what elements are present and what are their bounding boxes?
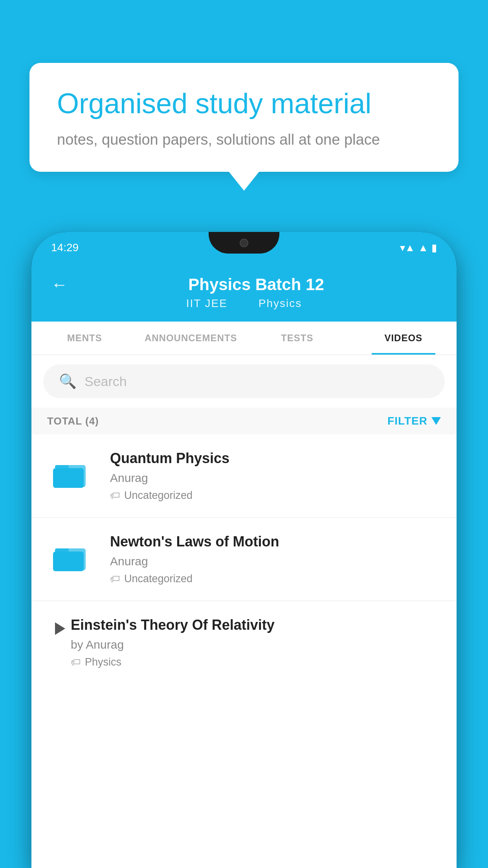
phone-content: MENTS ANNOUNCEMENTS TESTS VIDEOS 🔍 Searc… [31, 322, 457, 868]
video-list: Quantum Physics Anurag 🏷 Uncategorized [31, 434, 457, 684]
speech-bubble: Organised study material notes, question… [29, 63, 459, 172]
list-item[interactable]: Einstein's Theory Of Relativity by Anura… [31, 601, 457, 684]
bubble-title: Organised study material [57, 86, 431, 120]
video-thumbnail-3 [47, 617, 71, 640]
phone-mockup: 14:29 ▾▲ ▲ ▮ ← Physics Batch 12 IIT JEE … [31, 232, 457, 868]
stars-decoration [31, 322, 457, 868]
bubble-subtitle: notes, question papers, solutions all at… [57, 131, 431, 148]
